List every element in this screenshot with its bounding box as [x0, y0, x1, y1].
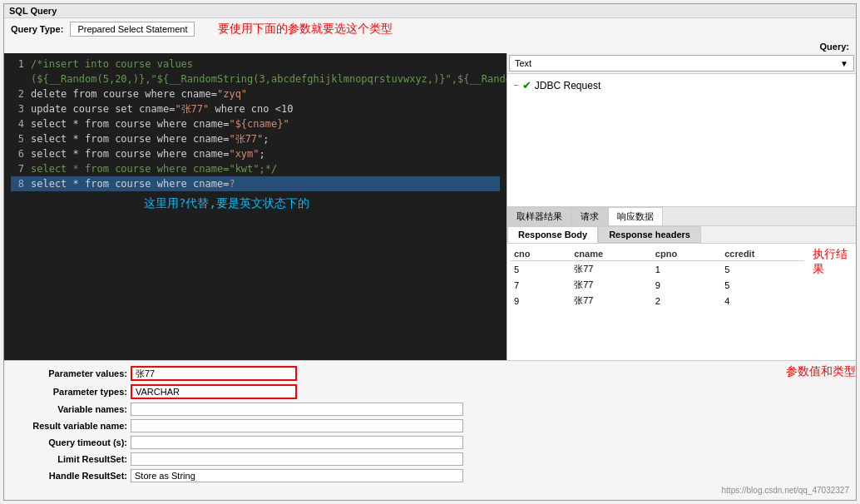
cell-cno: 9 — [511, 293, 571, 309]
form-row-var-names: Variable names: — [4, 401, 856, 418]
input-var-names[interactable] — [131, 403, 463, 416]
tab-response-body[interactable]: Response Body — [507, 226, 598, 243]
sql-line-3: 3 update course set cname="张77" where cn… — [11, 101, 500, 116]
tree-panel: Text ▼ − ✔ JDBC Request — [507, 53, 856, 207]
check-icon: ✔ — [522, 79, 531, 91]
cell-ccredit: 5 — [721, 277, 804, 293]
label-param-values: Parameter values: — [11, 368, 127, 378]
input-param-types[interactable] — [131, 384, 297, 399]
cell-cno: 5 — [511, 261, 571, 278]
annotation-type-red: 要使用下面的参数就要选这个类型 — [218, 22, 393, 37]
col-ccredit: ccredit — [721, 247, 804, 261]
label-result-var: Result variable name: — [11, 421, 127, 431]
sql-line-2: 2 delete from course where cname="zyq" — [11, 86, 500, 101]
sql-line-8: 8 select * from course where cname=? — [11, 176, 500, 191]
col-cpno: cpno — [652, 247, 721, 261]
form-row-handle: Handle ResultSet: — [4, 467, 856, 484]
input-timeout[interactable] — [131, 436, 463, 449]
exec-result-label: 执行结果 — [813, 247, 853, 277]
param-rows-wrapper: Parameter values: Parameter types: 参数值和类… — [4, 364, 856, 401]
annotation-blue-row: 这里用?代替,要是英文状态下的 — [111, 195, 500, 212]
tab-request[interactable]: 请求 — [571, 207, 608, 225]
cell-cno: 7 — [511, 277, 571, 293]
table-row: 9 张77 2 4 — [511, 293, 804, 309]
tab-response-headers[interactable]: Response headers — [598, 226, 701, 243]
sql-line-6: 6 select * from course where cname="xym"… — [11, 146, 500, 161]
table-row: 7 张77 9 5 — [511, 277, 804, 293]
results-tabs-row: 取样器结果 请求 响应数据 — [507, 207, 856, 226]
sql-editor[interactable]: 1 /*insert into course values (${__Rando… — [4, 53, 507, 360]
sql-line-1: 1 /*insert into course values (${__Rando… — [11, 57, 500, 86]
sql-line-7: 7 select * from course where cname="kwt"… — [11, 161, 500, 176]
cell-ccredit: 5 — [721, 261, 804, 278]
sql-query-panel: SQL Query Query Type: Prepared Select St… — [3, 3, 857, 501]
right-panel: Text ▼ − ✔ JDBC Request 取样器结果 请求 — [507, 53, 856, 360]
tree-body: − ✔ JDBC Request — [507, 74, 856, 206]
tab-sampler-result[interactable]: 取样器结果 — [507, 207, 571, 225]
query-type-value: Prepared Select Statement — [70, 22, 195, 37]
param-annotation: 参数值和类型 — [786, 364, 856, 379]
form-row-limit: Limit ResultSet: — [4, 451, 856, 467]
main-content: 1 /*insert into course values (${__Rando… — [4, 53, 856, 360]
query-type-label: Query Type: — [11, 24, 63, 34]
cell-cpno: 9 — [652, 277, 721, 293]
input-limit[interactable] — [131, 452, 463, 466]
response-tabs-row: Response Body Response headers — [507, 226, 856, 244]
form-row-param-types: Parameter types: — [4, 383, 769, 401]
sql-line-5: 5 select * from course where cname="张77"… — [11, 131, 500, 146]
results-panel: 取样器结果 请求 响应数据 Response Body Response hea… — [507, 207, 856, 360]
cell-cname: 张77 — [571, 261, 652, 278]
form-row-result-var: Result variable name: — [4, 418, 856, 434]
sql-line-4: 4 select * from course where cname="${cn… — [11, 116, 500, 131]
cell-cname: 张77 — [571, 293, 652, 309]
panel-title: SQL Query — [4, 4, 856, 18]
label-timeout: Query timeout (s): — [11, 437, 127, 447]
input-handle[interactable] — [131, 469, 463, 482]
annotation-blue: 这里用?代替,要是英文状态下的 — [144, 196, 309, 210]
col-cname: cname — [571, 247, 652, 261]
query-type-row: Query Type: Prepared Select Statement 要使… — [4, 18, 856, 40]
bottom-url: https://blog.csdn.net/qq_47032327 — [4, 484, 856, 497]
query-label-row: Query: — [4, 40, 856, 53]
col-cno: cno — [511, 247, 571, 261]
cell-cpno: 2 — [652, 293, 721, 309]
tree-dropdown[interactable]: Text ▼ — [509, 55, 854, 72]
label-handle: Handle ResultSet: — [11, 471, 127, 481]
form-row-timeout: Query timeout (s): — [4, 434, 856, 451]
cell-ccredit: 4 — [721, 293, 804, 309]
label-param-types: Parameter types: — [11, 387, 127, 397]
cell-cpno: 1 — [652, 261, 721, 278]
result-table-wrapper: cno cname cpno ccredit 5 张77 — [511, 247, 853, 309]
tree-item-label: JDBC Request — [535, 80, 601, 91]
label-limit: Limit ResultSet: — [11, 454, 127, 464]
chevron-down-icon: ▼ — [840, 59, 848, 68]
tree-dropdown-label: Text — [515, 58, 531, 68]
param-form: Parameter values: Parameter types: — [4, 364, 769, 401]
result-table: cno cname cpno ccredit 5 张77 — [511, 247, 804, 309]
result-table-area: cno cname cpno ccredit 5 张77 — [507, 244, 856, 360]
label-var-names: Variable names: — [11, 404, 127, 414]
cell-cname: 张77 — [571, 277, 652, 293]
bottom-panel: Parameter values: Parameter types: 参数值和类… — [4, 360, 856, 500]
tree-arrow-icon: − — [514, 81, 519, 90]
table-row: 5 张77 1 5 — [511, 261, 804, 278]
tree-item-jdbc[interactable]: − ✔ JDBC Request — [511, 77, 853, 93]
input-param-values[interactable] — [131, 366, 297, 381]
tab-response-data[interactable]: 响应数据 — [608, 207, 663, 225]
input-result-var[interactable] — [131, 419, 463, 432]
tree-header: Text ▼ — [507, 53, 856, 74]
form-row-param-values: Parameter values: — [4, 364, 769, 383]
query-label: Query: — [820, 42, 849, 52]
